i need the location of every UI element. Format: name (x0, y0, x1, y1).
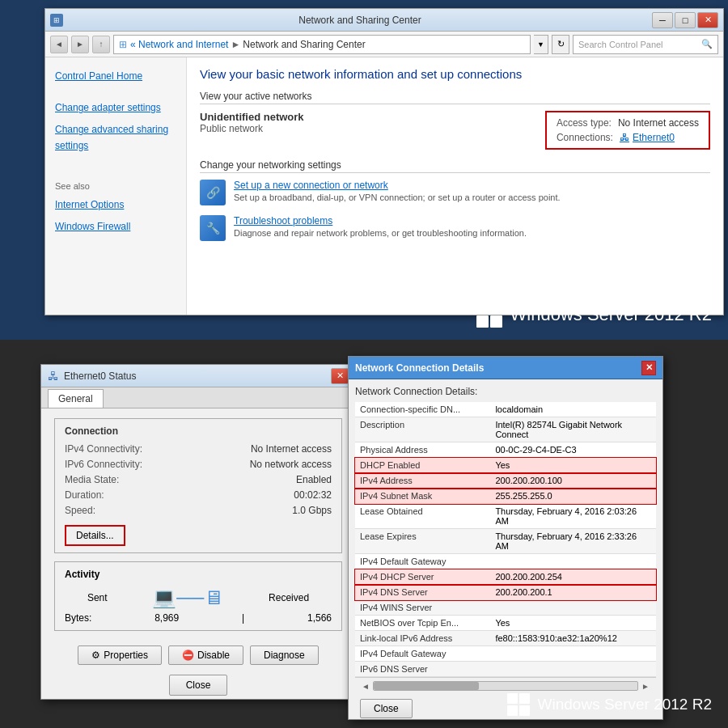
ethernet-icon: 🖧 (620, 132, 629, 143)
address-bar: ◄ ► ↑ ⊞ « Network and Internet ► Network… (45, 32, 723, 57)
details-close-x[interactable]: ✕ (641, 361, 656, 375)
table-row: Physical Address00-0C-29-C4-DE-C3 (355, 442, 656, 458)
property-value: Yes (490, 458, 656, 473)
disable-icon: ⛔ (182, 650, 194, 661)
sidebar-windows-firewall[interactable]: Windows Firewall (45, 216, 186, 238)
setup-desc: Set up a broadband, dial-up, or VPN conn… (234, 193, 710, 202)
tab-general[interactable]: General (48, 389, 104, 408)
top-watermark: Windows Server 2012 R2 (476, 302, 712, 328)
sent-col: Sent (87, 592, 108, 603)
up-button[interactable]: ↑ (92, 36, 110, 53)
ethernet-close-x[interactable]: ✕ (331, 368, 349, 384)
table-row: NetBIOS over Tcpip En...Yes (355, 616, 656, 631)
property-name: NetBIOS over Tcpip En... (355, 616, 490, 631)
ipv6-row: IPv6 Connectivity: No network access (65, 459, 332, 470)
property-value (490, 662, 656, 677)
close-button[interactable]: ✕ (697, 12, 718, 28)
ethernet-dialog-icon: 🖧 (48, 370, 59, 383)
scroll-right[interactable]: ► (641, 682, 650, 691)
details-button[interactable]: Details... (65, 525, 125, 546)
access-type-value: No Internet access (618, 117, 699, 129)
received-col: Received (269, 592, 309, 603)
scroll-left[interactable]: ◄ (362, 682, 370, 691)
property-name: Lease Expires (355, 529, 490, 554)
properties-button[interactable]: ⚙ Properties (78, 645, 162, 665)
path-network-internet[interactable]: « Network and Internet (130, 39, 228, 50)
table-row: IPv4 WINS Server (355, 600, 656, 616)
details-title-bar: Network Connection Details ✕ (349, 357, 662, 379)
sidebar-change-advanced[interactable]: Change advanced sharing settings (45, 119, 186, 156)
troubleshoot-link[interactable]: Troubleshoot problems (234, 215, 710, 226)
address-dropdown[interactable]: ▼ (534, 35, 548, 54)
maximize-button[interactable]: □ (675, 12, 696, 28)
table-row: Lease ObtainedThursday, February 4, 2016… (355, 504, 656, 529)
bottom-logo-q3 (507, 705, 518, 716)
bottom-watermark: Windows Server 2012 R2 (507, 693, 712, 716)
setup-link[interactable]: Set up a new connection or network (234, 180, 710, 191)
bottom-logo-q4 (519, 705, 530, 716)
properties-icon: ⚙ (91, 650, 100, 661)
property-value: Thursday, February 4, 2016 2:03:26 AM (490, 504, 656, 529)
ipv6-value: No network access (250, 459, 332, 470)
disable-button[interactable]: ⛔ Disable (168, 645, 243, 665)
property-name: Physical Address (355, 442, 490, 458)
property-name: IPv4 Default Gateway (355, 646, 490, 662)
minimize-button[interactable]: ─ (652, 12, 673, 28)
table-row: IPv4 DHCP Server200.200.200.254 (355, 569, 656, 585)
change-settings-header: Change your networking settings (200, 159, 710, 173)
property-value: 200.200.200.1 (490, 585, 656, 600)
scroll-bar-area: ◄ ► (355, 677, 656, 694)
property-value: localdomain (490, 402, 656, 417)
tab-strip: General (41, 387, 355, 408)
address-path[interactable]: ⊞ « Network and Internet ► Network and S… (113, 35, 531, 54)
logo-quad-4 (490, 315, 502, 328)
top-section: ⊞ Network and Sharing Center ─ □ ✕ ◄ ► ↑… (0, 0, 728, 340)
bottom-logo-q1 (507, 693, 518, 704)
duration-value: 00:02:32 (294, 489, 332, 501)
refresh-button[interactable]: ↻ (552, 35, 569, 54)
logo-quad-2 (490, 302, 502, 314)
property-value (490, 646, 656, 662)
connection-section: Connection IPv4 Connectivity: No Interne… (54, 418, 342, 553)
properties-label: Properties (104, 650, 148, 661)
property-name: Lease Obtained (355, 504, 490, 529)
details-table: Connection-specific DN...localdomainDesc… (355, 402, 656, 677)
main-content: Control Panel Home Change adapter settin… (45, 57, 723, 315)
property-value: 255.255.255.0 (490, 489, 656, 504)
sidebar-change-adapter[interactable]: Change adapter settings (45, 97, 186, 119)
forward-button[interactable]: ► (71, 36, 89, 53)
media-label: Media State: (65, 474, 119, 485)
bytes-row: Bytes: 8,969 | 1,566 (65, 612, 332, 624)
property-value (490, 600, 656, 616)
troubleshoot-item: 🔧 Troubleshoot problems Diagnose and rep… (200, 215, 710, 241)
ethernet-dialog-title: Ethernet0 Status (64, 370, 331, 382)
ipv4-label: IPv4 Connectivity: (65, 443, 142, 455)
window-icon: ⊞ (50, 14, 63, 27)
sidebar-control-panel-home[interactable]: Control Panel Home (45, 66, 186, 87)
diagnose-button[interactable]: Diagnose (250, 645, 319, 665)
ethernet-close-button[interactable]: Close (169, 675, 228, 696)
property-name: DHCP Enabled (355, 458, 490, 473)
media-row: Media State: Enabled (65, 474, 332, 485)
ethernet-dialog-buttons: ⚙ Properties ⛔ Disable Diagnose (54, 639, 342, 671)
back-button[interactable]: ◄ (50, 36, 68, 53)
property-value: Yes (490, 616, 656, 631)
table-row: IPv4 Subnet Mask255.255.255.0 (355, 489, 656, 504)
details-title-text: Network Connection Details (355, 362, 641, 374)
troubleshoot-text: Troubleshoot problems Diagnose and repai… (234, 215, 710, 238)
network-right-panel: Access type: No Internet access Connecti… (545, 111, 710, 150)
sidebar-internet-options[interactable]: Internet Options (45, 194, 186, 216)
path-current: Network and Sharing Center (243, 39, 365, 50)
details-close-button[interactable]: Close (360, 699, 413, 718)
property-name: IPv4 DHCP Server (355, 569, 490, 585)
bytes-received: 1,566 (307, 612, 332, 624)
search-placeholder: Search Control Panel (578, 40, 663, 49)
table-row: IPv4 Default Gateway (355, 554, 656, 569)
search-box[interactable]: Search Control Panel 🔍 (573, 35, 718, 54)
network-left: Unidentified network Public network (200, 111, 529, 134)
setup-text: Set up a new connection or network Set u… (234, 180, 710, 202)
ethernet-link[interactable]: 🖧 Ethernet0 (620, 132, 675, 143)
details-section-label: Network Connection Details: (355, 386, 656, 397)
troubleshoot-desc: Diagnose and repair network problems, or… (234, 228, 710, 238)
ipv6-label: IPv6 Connectivity: (65, 459, 142, 470)
